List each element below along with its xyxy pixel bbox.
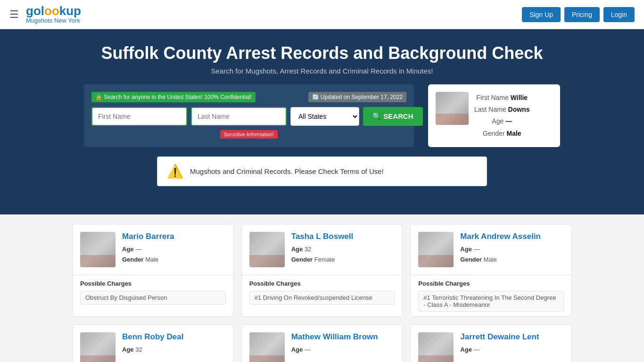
- card-top: Mathew William Brown Age —: [242, 325, 403, 362]
- person-name[interactable]: Mathew William Brown: [291, 332, 378, 342]
- hamburger-menu-icon[interactable]: ☰: [9, 8, 19, 21]
- warning-text: Mugshots and Criminal Records. Please Ch…: [190, 167, 384, 175]
- charges-header: Possible Charges: [80, 280, 226, 287]
- login-button[interactable]: Login: [603, 7, 635, 22]
- person-name[interactable]: Mark Andrew Asselin: [460, 232, 541, 241]
- state-select[interactable]: All StatesAlabamaAlaskaArizonaArkansasCa…: [290, 107, 359, 126]
- search-top-bar: 🔒 Search for anyone in the United States…: [91, 92, 406, 102]
- header: ☰ golookup Mugshots New York Sign Up Pri…: [0, 0, 644, 29]
- featured-last-name-row: Last Name Downs: [474, 104, 529, 115]
- featured-first-name-row: First Name Willie: [474, 92, 529, 104]
- person-age: Age —: [460, 244, 541, 255]
- person-age: Age —: [460, 345, 539, 355]
- person-gender: Gender Female: [291, 255, 354, 265]
- person-avatar: [249, 232, 285, 267]
- person-avatar: [80, 232, 116, 267]
- person-avatar: [249, 332, 285, 362]
- person-age: Age —: [122, 244, 174, 255]
- card-charges: Possible Charges Obstruct By Disguised P…: [73, 275, 233, 309]
- hero-subtitle: Search for Mugshots, Arrest Records and …: [9, 67, 635, 75]
- person-result-card[interactable]: Benn Roby Deal Age 32 Possible Charges: [72, 324, 234, 362]
- confidential-label: 🔒 Search for anyone in the United States…: [91, 92, 256, 102]
- warning-icon: ⚠️: [167, 164, 183, 179]
- person-age: Age —: [291, 345, 378, 355]
- pricing-button[interactable]: Pricing: [564, 7, 600, 22]
- person-avatar: [418, 332, 454, 362]
- person-name[interactable]: Tasha L Boswell: [291, 232, 354, 241]
- person-name[interactable]: Jarrett Dewaine Lent: [460, 332, 539, 342]
- person-result-card[interactable]: Mario Barrera Age — Gender Male Possible…: [72, 224, 234, 317]
- person-info: Jarrett Dewaine Lent Age —: [460, 332, 539, 355]
- sensitive-badge: Sensitive Information!: [91, 130, 406, 139]
- hero-section: Suffolk County Arrest Records and Backgr…: [0, 29, 644, 214]
- logo[interactable]: golookup Mugshots New York: [26, 5, 81, 24]
- header-left: ☰ golookup Mugshots New York: [9, 5, 81, 24]
- person-info: Benn Roby Deal Age 32: [122, 332, 183, 355]
- person-avatar: [418, 232, 454, 267]
- search-container: 🔒 Search for anyone in the United States…: [9, 84, 635, 147]
- charge-item: #1 Driving On Revoked/suspended License: [249, 291, 395, 304]
- charge-item: Obstruct By Disguised Person: [80, 291, 226, 304]
- person-name[interactable]: Mario Barrera: [122, 232, 174, 241]
- charges-header: Possible Charges: [418, 280, 564, 287]
- card-charges: Possible Charges #1 Terroristic Threaten…: [411, 275, 571, 316]
- updated-label: 🔄 Updated on September 17, 2022: [308, 92, 406, 102]
- first-name-input[interactable]: [91, 107, 187, 126]
- logo-subtitle: Mugshots New York: [26, 17, 81, 24]
- card-top: Benn Roby Deal Age 32: [73, 325, 233, 362]
- person-info: Mathew William Brown Age —: [291, 332, 378, 355]
- search-button[interactable]: 🔍 SEARCH: [363, 107, 423, 126]
- card-top: Mario Barrera Age — Gender Male: [73, 224, 233, 275]
- main-content: Mario Barrera Age — Gender Male Possible…: [63, 214, 581, 362]
- person-age: Age 32: [122, 345, 183, 355]
- person-result-card[interactable]: Jarrett Dewaine Lent Age — Possible Char…: [410, 324, 572, 362]
- header-right: Sign Up Pricing Login: [522, 7, 635, 22]
- featured-person-info: First Name Willie Last Name Downs Age — …: [474, 92, 529, 140]
- charges-header: Possible Charges: [249, 280, 395, 287]
- card-top: Tasha L Boswell Age 32 Gender Female: [242, 224, 403, 275]
- featured-age-row: Age —: [474, 115, 529, 127]
- person-info: Mario Barrera Age — Gender Male: [122, 232, 174, 265]
- people-grid: Mario Barrera Age — Gender Male Possible…: [72, 224, 572, 362]
- featured-gender-row: Gender Male: [474, 128, 529, 140]
- person-avatar: [80, 332, 116, 362]
- warning-bar: ⚠️ Mugshots and Criminal Records. Please…: [157, 156, 487, 186]
- person-result-card[interactable]: Tasha L Boswell Age 32 Gender Female Pos…: [241, 224, 403, 317]
- person-info: Tasha L Boswell Age 32 Gender Female: [291, 232, 354, 265]
- person-name[interactable]: Benn Roby Deal: [122, 332, 183, 342]
- page-title: Suffolk County Arrest Records and Backgr…: [9, 43, 635, 63]
- featured-person-card: First Name Willie Last Name Downs Age — …: [428, 84, 560, 147]
- card-charges: Possible Charges #1 Driving On Revoked/s…: [242, 275, 403, 309]
- sensitive-label: Sensitive Information!: [220, 130, 278, 139]
- featured-person-avatar: [436, 92, 469, 125]
- person-gender: Gender Male: [122, 255, 174, 265]
- search-box: 🔒 Search for anyone in the United States…: [84, 84, 414, 147]
- card-top: Mark Andrew Asselin Age — Gender Male: [411, 224, 571, 275]
- last-name-input[interactable]: [191, 107, 287, 126]
- search-fields: All StatesAlabamaAlaskaArizonaArkansasCa…: [91, 107, 406, 126]
- person-result-card[interactable]: Mark Andrew Asselin Age — Gender Male Po…: [410, 224, 572, 317]
- person-result-card[interactable]: Mathew William Brown Age — Possible Char…: [241, 324, 403, 362]
- card-top: Jarrett Dewaine Lent Age —: [411, 325, 571, 362]
- logo-text: golookup: [26, 5, 81, 17]
- person-age: Age 32: [291, 244, 354, 255]
- person-info: Mark Andrew Asselin Age — Gender Male: [460, 232, 541, 265]
- charge-item: #1 Terroristic Threatening In The Second…: [418, 291, 564, 312]
- person-gender: Gender Male: [460, 255, 541, 265]
- signup-button[interactable]: Sign Up: [522, 7, 561, 22]
